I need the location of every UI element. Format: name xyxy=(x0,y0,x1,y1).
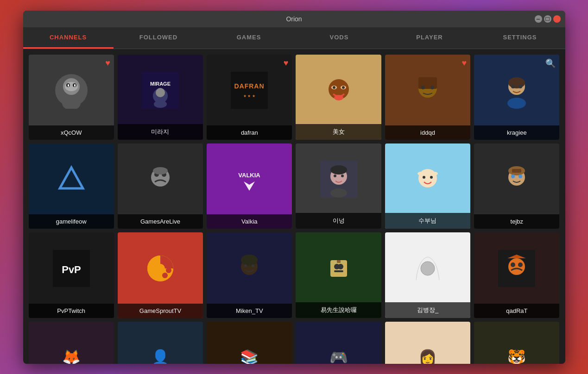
channel-name-gamelifeow: gamelifeow xyxy=(29,214,114,229)
svg-point-85 xyxy=(518,262,523,267)
svg-point-52 xyxy=(431,172,438,175)
tab-bar: CHANNELSFOLLOWEDGAMESVODSPLAYERSETTINGS xyxy=(23,27,565,49)
svg-point-54 xyxy=(430,176,433,179)
svg-rect-5 xyxy=(68,84,69,87)
svg-point-27 xyxy=(430,86,434,89)
channel-card-pvptwitch[interactable]: PvP PvPTwitch xyxy=(29,232,114,318)
channel-avatar-mijo xyxy=(296,55,381,126)
svg-point-59 xyxy=(518,175,522,178)
channel-card-mijo[interactable]: 美女 xyxy=(296,55,381,140)
svg-rect-60 xyxy=(512,169,521,173)
svg-point-26 xyxy=(421,86,425,89)
channel-card-yixiansheng[interactable]: 易先生說哈囉 xyxy=(296,232,381,318)
svg-point-31 xyxy=(511,85,515,88)
channel-card-r3[interactable]: 📚 xyxy=(207,322,292,364)
svg-rect-78 xyxy=(334,270,343,272)
channel-avatar-r5: 👩 xyxy=(385,322,470,364)
channel-name-gamesarelive: GamesAreLive xyxy=(118,214,203,229)
svg-point-72 xyxy=(244,264,247,267)
svg-point-46 xyxy=(334,175,336,177)
channel-avatar-yixiansheng xyxy=(296,232,381,304)
channel-card-kimbyungjang[interactable]: 김병장_ xyxy=(385,232,470,318)
svg-rect-25 xyxy=(418,77,437,89)
channel-card-iddqd[interactable]: iddqd♥ xyxy=(385,55,470,140)
app-window: Orion – □ CHANNELSFOLLOWEDGAMESVODSPLAYE… xyxy=(23,11,565,364)
svg-point-32 xyxy=(518,85,522,88)
channel-name-dafran: dafran xyxy=(207,125,292,140)
channel-avatar-dafran: DAFRAN ★ ★ ★ xyxy=(207,55,292,126)
channels-grid: xQcOW♥ MIRAGE 미라지 DAFRAN ★ ★ ★ dafran♥ 美… xyxy=(23,49,565,364)
svg-point-45 xyxy=(330,165,347,175)
tab-vods[interactable]: VODS xyxy=(294,27,385,49)
svg-rect-13 xyxy=(231,72,268,109)
channel-avatar-r6: 🐯 xyxy=(474,322,559,364)
tab-games[interactable]: GAMES xyxy=(204,27,294,49)
channel-avatar-inyang xyxy=(296,143,381,215)
channel-card-tejbz[interactable]: tejbz xyxy=(474,143,559,229)
channel-card-subunin[interactable]: 수부님 xyxy=(385,143,470,229)
channel-name-miken_tv: Miken_TV xyxy=(207,304,292,318)
svg-point-81 xyxy=(421,262,435,275)
svg-point-50 xyxy=(418,169,437,187)
channel-avatar-r2: 👤 xyxy=(118,322,203,364)
svg-text:★ ★ ★: ★ ★ ★ xyxy=(244,94,255,98)
svg-rect-6 xyxy=(74,84,76,87)
window-title: Orion xyxy=(286,15,302,23)
svg-text:DAFRAN: DAFRAN xyxy=(234,82,265,90)
channel-name-kimbyungjang: 김병장_ xyxy=(385,302,470,318)
channel-avatar-tejbz xyxy=(474,143,559,215)
svg-point-11 xyxy=(156,88,165,97)
channel-name-kragiee: kragiee xyxy=(474,125,559,140)
heart-badge-xqcow: ♥ xyxy=(105,58,110,68)
svg-text:PvP: PvP xyxy=(62,264,81,275)
svg-point-51 xyxy=(417,172,424,175)
channel-name-inyang: 이넝 xyxy=(296,213,381,229)
channel-name-xqcow: xQcOW xyxy=(29,125,114,140)
channel-avatar-mirage: MIRAGE xyxy=(118,55,203,126)
maximize-button[interactable]: □ xyxy=(544,15,551,23)
channel-card-r4[interactable]: 🎮 xyxy=(296,322,381,364)
svg-point-2 xyxy=(65,82,78,91)
channel-card-valkia[interactable]: VALKIA Valkia xyxy=(207,143,292,229)
svg-point-58 xyxy=(511,175,515,178)
svg-rect-79 xyxy=(337,260,341,263)
svg-point-53 xyxy=(423,176,425,179)
channel-card-r6[interactable]: 🐯 xyxy=(474,322,559,364)
channel-avatar-gamelifeow xyxy=(29,143,114,215)
channel-avatar-iddqd xyxy=(385,55,470,126)
channel-card-gamesarelive[interactable]: GamesAreLive xyxy=(118,143,203,229)
channel-name-iddqd: iddqd xyxy=(385,125,470,140)
channel-card-gamesprout[interactable]: GameSproutTV xyxy=(118,232,203,318)
tab-player[interactable]: PLAYER xyxy=(385,27,475,49)
svg-point-12 xyxy=(154,100,167,108)
channel-name-tejbz: tejbz xyxy=(474,214,559,229)
heart-badge-dafran: ♥ xyxy=(284,58,289,68)
channel-avatar-pvptwitch: PvP xyxy=(29,232,114,304)
channel-card-gamelifeow[interactable]: gamelifeow xyxy=(29,143,114,229)
channel-card-r5[interactable]: 👩 xyxy=(385,322,470,364)
tab-settings[interactable]: SETTINGS xyxy=(475,27,565,49)
channel-card-r2[interactable]: 👤 xyxy=(118,322,203,364)
minimize-button[interactable]: – xyxy=(535,15,542,23)
channel-card-inyang[interactable]: 이넝 xyxy=(296,143,381,229)
svg-point-30 xyxy=(508,77,525,88)
channel-card-miken_tv[interactable]: Miken_TV xyxy=(207,232,292,318)
channel-card-xqcow[interactable]: xQcOW♥ xyxy=(29,55,114,140)
svg-text:MIRAGE: MIRAGE xyxy=(150,81,171,87)
close-button[interactable] xyxy=(553,15,561,23)
channel-card-kragiee[interactable]: kragiee🔍 xyxy=(474,55,559,140)
tab-followed[interactable]: FOLLOWED xyxy=(114,27,204,49)
channel-card-r1[interactable]: 🦊 xyxy=(29,322,114,364)
channel-card-dafran[interactable]: DAFRAN ★ ★ ★ dafran♥ xyxy=(207,55,292,140)
channel-avatar-r4: 🎮 xyxy=(296,322,381,364)
channel-name-qadrat: qadRaT xyxy=(474,304,559,318)
svg-point-21 xyxy=(342,86,345,89)
svg-point-66 xyxy=(156,264,165,273)
channel-name-mirage: 미라지 xyxy=(118,124,203,140)
channel-card-mirage[interactable]: MIRAGE 미라지 xyxy=(118,55,203,140)
svg-rect-41 xyxy=(231,161,268,198)
channel-card-qadrat[interactable]: qadRaT xyxy=(474,232,559,318)
tab-channels[interactable]: CHANNELS xyxy=(23,27,114,49)
search-badge-kragiee: 🔍 xyxy=(545,58,556,69)
svg-point-22 xyxy=(334,95,343,100)
